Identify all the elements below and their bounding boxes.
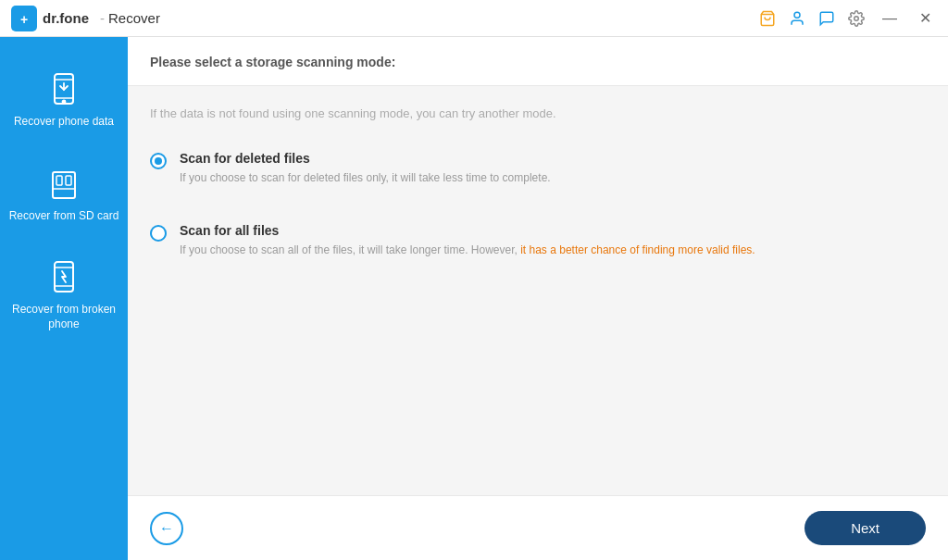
content-body: If the data is not found using one scann… [128, 86, 948, 495]
sidebar-label-recover-broken: Recover from broken phone [7, 303, 120, 331]
next-button[interactable]: Next [805, 511, 926, 545]
sidebar-label-recover-phone: Recover phone data [14, 115, 114, 130]
radio-scan-deleted[interactable] [150, 153, 167, 169]
svg-point-3 [794, 12, 800, 18]
content-area: Please select a storage scanning mode: I… [128, 37, 948, 560]
scan-all-option[interactable]: Scan for all files If you choose to scan… [150, 223, 926, 258]
minimize-button[interactable]: — [877, 8, 903, 29]
header-title: Please select a storage scanning mode: [150, 55, 395, 69]
scan-deleted-content: Scan for deleted files If you choose to … [180, 151, 551, 186]
content-header: Please select a storage scanning mode: [128, 37, 948, 86]
scan-all-desc: If you choose to scan all of the files, … [180, 242, 755, 258]
title-section: Recover [108, 10, 160, 26]
svg-point-4 [854, 16, 859, 20]
title-bar: + dr.fone - Recover — ✕ [0, 0, 948, 37]
info-text: If the data is not found using one scann… [150, 105, 926, 123]
cart-icon[interactable] [758, 9, 777, 28]
scan-all-content: Scan for all files If you choose to scan… [180, 223, 755, 258]
svg-point-8 [63, 101, 66, 104]
scan-deleted-option[interactable]: Scan for deleted files If you choose to … [150, 151, 926, 186]
scan-all-title: Scan for all files [180, 223, 755, 238]
title-separator: - [100, 10, 105, 26]
sidebar-item-recover-broken[interactable]: Recover from broken phone [0, 243, 128, 342]
chat-icon[interactable] [817, 9, 836, 28]
svg-text:+: + [20, 12, 28, 27]
radio-scan-all[interactable] [150, 225, 167, 242]
titlebar-controls: — ✕ [758, 7, 937, 29]
back-button[interactable]: ← [150, 512, 183, 545]
settings-icon[interactable] [847, 9, 866, 28]
svg-rect-11 [56, 176, 62, 185]
content-footer: ← Next [128, 495, 948, 560]
scan-deleted-title: Scan for deleted files [180, 151, 551, 166]
sidebar-item-recover-phone[interactable]: Recover phone data [0, 56, 128, 141]
svg-rect-12 [66, 176, 71, 185]
user-icon[interactable] [788, 9, 806, 28]
scan-all-highlight: it has a better chance of finding more v… [520, 243, 755, 256]
main-layout: Recover phone data Recover from SD card … [0, 37, 948, 560]
app-name: dr.fone [43, 10, 89, 26]
sidebar-item-recover-sd[interactable]: Recover from SD card [0, 150, 128, 235]
app-logo: + dr.fone [11, 6, 89, 31]
scan-deleted-desc: If you choose to scan for deleted files … [180, 169, 551, 186]
close-button[interactable]: ✕ [914, 7, 937, 29]
sidebar-label-recover-sd: Recover from SD card [9, 209, 119, 224]
sidebar: Recover phone data Recover from SD card … [0, 37, 128, 560]
